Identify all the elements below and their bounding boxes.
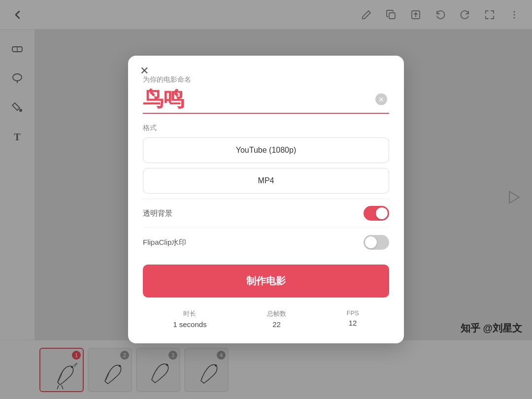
transparent-bg-label: 透明背景 <box>143 209 172 218</box>
duration-stat: 时长 1 seconds <box>173 309 206 329</box>
fps-value: 12 <box>346 319 359 327</box>
dialog-title-label: 为你的电影命名 <box>143 75 389 84</box>
total-frames-label: 总帧数 <box>267 309 286 318</box>
watermark-toggle[interactable] <box>364 235 389 250</box>
watermark-knob <box>365 236 377 248</box>
fps-label: FPS <box>346 309 359 317</box>
modal-overlay: ✕ 为你的电影命名 ✕ 格式 YouTube (1080p) MP4 透明背景 … <box>0 0 532 399</box>
title-input-wrap: ✕ <box>143 87 389 114</box>
make-movie-button[interactable]: 制作电影 <box>143 265 389 298</box>
stats-row: 时长 1 seconds 总帧数 22 FPS 12 <box>143 307 389 329</box>
watermark-row: FlipaClip水印 <box>143 228 389 257</box>
total-frames-value: 22 <box>267 320 286 329</box>
duration-label: 时长 <box>173 309 206 318</box>
watermark-label: FlipaClip水印 <box>143 238 186 247</box>
duration-value: 1 seconds <box>173 320 206 329</box>
transparent-bg-row: 透明背景 <box>143 199 389 228</box>
export-dialog: ✕ 为你的电影命名 ✕ 格式 YouTube (1080p) MP4 透明背景 … <box>128 56 404 343</box>
movie-title-input[interactable] <box>143 87 389 114</box>
dialog-close-button[interactable]: ✕ <box>140 66 149 76</box>
fps-stat: FPS 12 <box>346 309 359 329</box>
format-label: 格式 <box>143 124 389 133</box>
youtube-format-button[interactable]: YouTube (1080p) <box>143 137 389 163</box>
mp4-format-button[interactable]: MP4 <box>143 168 389 194</box>
total-frames-stat: 总帧数 22 <box>267 309 286 329</box>
clear-title-button[interactable]: ✕ <box>375 94 387 105</box>
transparent-bg-toggle[interactable] <box>364 206 389 221</box>
transparent-bg-knob <box>376 207 388 219</box>
